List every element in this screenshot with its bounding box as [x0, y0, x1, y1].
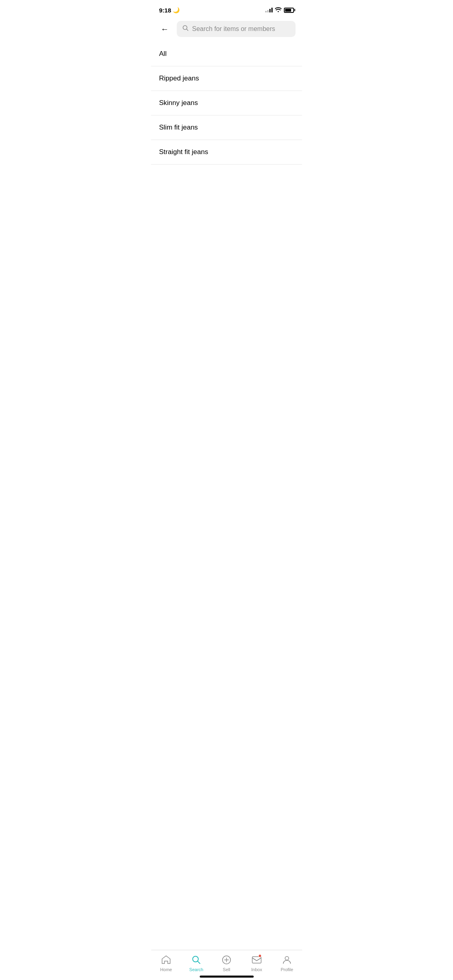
list-item[interactable]: Ripped jeans — [151, 66, 302, 91]
battery-icon — [284, 8, 294, 13]
list-item[interactable]: Slim fit jeans — [151, 115, 302, 140]
wifi-icon — [275, 7, 281, 13]
list-item-label: Ripped jeans — [159, 74, 199, 82]
status-bar: 9:18 🌙 — [151, 0, 302, 18]
list-item-label: Slim fit jeans — [159, 124, 198, 131]
search-results-list: All Ripped jeans Skinny jeans Slim fit j… — [151, 42, 302, 165]
search-icon — [182, 25, 189, 33]
moon-icon: 🌙 — [173, 7, 180, 13]
search-bar[interactable]: Search for items or members — [177, 21, 296, 37]
status-icons — [265, 7, 294, 13]
list-item[interactable]: Straight fit jeans — [151, 140, 302, 165]
status-time: 9:18 🌙 — [159, 7, 180, 14]
list-item[interactable]: Skinny jeans — [151, 91, 302, 115]
time-display: 9:18 — [159, 7, 171, 14]
list-item-label: All — [159, 50, 167, 58]
list-item-label: Straight fit jeans — [159, 148, 208, 156]
back-arrow-icon: ← — [161, 25, 169, 34]
list-item-label: Skinny jeans — [159, 99, 198, 107]
list-item[interactable]: All — [151, 42, 302, 66]
signal-icon — [265, 8, 273, 12]
back-button[interactable]: ← — [157, 22, 172, 36]
header: ← Search for items or members — [151, 18, 302, 42]
search-placeholder-text: Search for items or members — [192, 25, 275, 33]
